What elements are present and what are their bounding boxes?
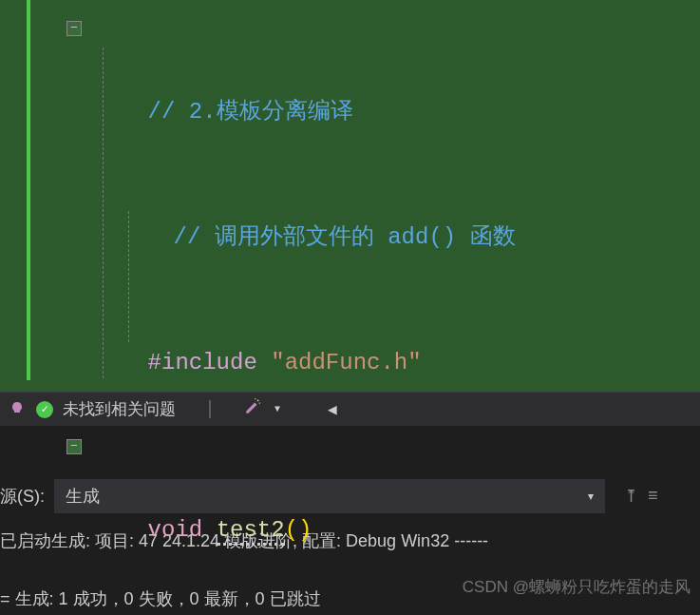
code-line-2: // 调用外部文件的 add() 函数 <box>0 175 700 300</box>
watermark: CSDN @螺蛳粉只吃炸蛋的走风 <box>463 576 691 598</box>
preprocessor: #include <box>148 350 257 375</box>
comment: // 2.模板分离编译 <box>148 99 353 125</box>
code-editor[interactable]: − // 2.模板分离编译 // 调用外部文件的 add() 函数 #inclu… <box>0 0 700 392</box>
code-line-1: − // 2.模板分离编译 <box>0 8 700 175</box>
comment: // 调用外部文件的 add() 函数 <box>174 224 516 250</box>
fold-minus-icon[interactable]: − <box>66 439 82 454</box>
keyword-void: void <box>148 517 203 543</box>
fold-minus-icon[interactable]: − <box>66 21 82 36</box>
function-name: test2 <box>217 517 285 546</box>
code-line-3: #include "addFunc.h" <box>0 300 700 426</box>
include-path: "addFunc.h" <box>271 350 421 375</box>
code-line-4: − void test2() <box>0 426 700 593</box>
